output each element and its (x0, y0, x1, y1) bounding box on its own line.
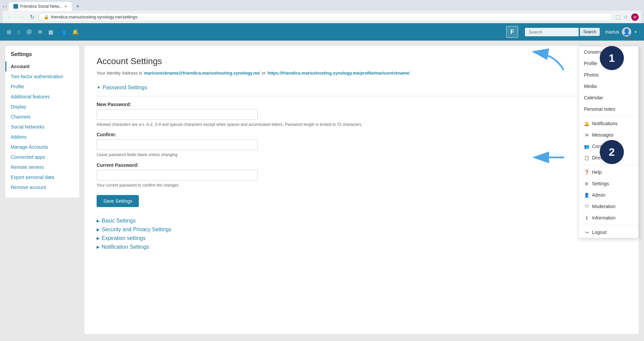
new-password-input[interactable] (97, 109, 258, 120)
confirm-label: Confirm: (97, 132, 627, 137)
tab-title: Friendica Social Netw... (20, 4, 62, 9)
sidebar-item-remote[interactable]: Remote servers (5, 162, 79, 172)
expiration-header[interactable]: ▶ Expiration settings (97, 235, 627, 241)
url-text: friendica.mariushosting.synology.me/sett… (51, 14, 138, 19)
sidebar-item-channels[interactable]: Channels (5, 112, 79, 122)
dropdown-notifications[interactable]: 🔔 Notifications (579, 118, 638, 129)
app-header: ⊞ ⌂ @ ✉ ▦ 👥 🔔 F Search marius 👤 ▼ (0, 23, 644, 41)
profile-icon[interactable]: M (631, 13, 639, 21)
settings-sidebar: Settings Account Two-factor authenticati… (5, 46, 79, 198)
sidebar-item-account[interactable]: Account (5, 61, 79, 71)
back-button[interactable]: ← (5, 13, 14, 21)
security-icon: 🔒 (44, 14, 49, 19)
notifications-icon: 🔔 (584, 121, 589, 126)
bell-icon[interactable]: 🔔 (72, 29, 79, 35)
password-section-title: Password Settings (103, 85, 147, 91)
basic-settings-label: Basic Settings (102, 218, 136, 224)
address-bar[interactable]: 🔒 friendica.mariushosting.synology.me/se… (39, 13, 613, 21)
dropdown-information[interactable]: ℹ Information (579, 212, 638, 224)
sidebar-item-remove[interactable]: Remove account (5, 182, 79, 192)
notification-header[interactable]: ▶ Notification Settings (97, 244, 627, 250)
current-password-input[interactable] (97, 170, 258, 181)
sidebar-item-2fa[interactable]: Two-factor authentication (5, 71, 79, 82)
new-tab-button[interactable]: + (74, 3, 82, 10)
mail-icon[interactable]: ✉ (38, 29, 42, 35)
sidebar-item-profile[interactable]: Profile (5, 82, 79, 92)
at-icon[interactable]: @ (26, 29, 32, 35)
browser-right-icons: ⬚ ☆ M (615, 13, 639, 21)
settings-icon: ⚙ (584, 181, 589, 186)
tab-favicon (13, 4, 18, 9)
dropdown-photos[interactable]: Photos (579, 69, 638, 81)
dropdown-calendar[interactable]: Calendar (579, 92, 638, 103)
notification-section: ▶ Notification Settings (97, 244, 627, 250)
dropdown-divider-3 (579, 225, 638, 225)
dropdown-personal-notes[interactable]: Personal notes (579, 103, 638, 115)
password-section-header[interactable]: ▼ Password Settings (97, 85, 627, 91)
dropdown-messages-label: Messages (592, 132, 613, 138)
dropdown-profile-label: Profile (584, 61, 597, 66)
security-header[interactable]: ▶ Security and Privacy Settings (97, 227, 627, 233)
dropdown-logout-label: Logout (592, 230, 606, 235)
contacts-icon[interactable]: 👥 (59, 29, 66, 35)
dropdown-arrow-icon: ▼ (634, 30, 637, 34)
new-password-label: New Password: (97, 102, 627, 107)
dropdown-personal-notes-label: Personal notes (584, 106, 615, 112)
forward-button[interactable]: → (17, 13, 25, 21)
browser-tab-bar: ‹ › Friendica Social Netw... ✕ + (3, 2, 641, 11)
header-username: marius (605, 29, 619, 35)
directory-icon: 📋 (584, 155, 589, 160)
sidebar-item-export[interactable]: Export personal data (5, 172, 79, 182)
security-arrow-icon: ▶ (97, 227, 100, 232)
grid-icon[interactable]: ⊞ (7, 29, 11, 35)
annotation-arrow-2 (531, 147, 571, 168)
dropdown-divider-1 (579, 116, 638, 116)
identity-address: mariusnickname@friendica.mariushosting.s… (144, 70, 260, 76)
sidebar-item-social[interactable]: Social Networks (5, 122, 79, 132)
dropdown-help[interactable]: ❓ Help (579, 166, 638, 178)
dropdown-settings[interactable]: ⚙ Settings (579, 178, 638, 189)
logout-icon: ↪ (584, 230, 589, 235)
sidebar-item-addons[interactable]: Addons (5, 132, 79, 142)
annotation-arrow-1 (530, 47, 570, 75)
calendar-icon[interactable]: ▦ (48, 29, 53, 35)
home-icon[interactable]: ⌂ (17, 29, 20, 35)
security-section: ▶ Security and Privacy Settings (97, 227, 627, 233)
confirm-password-input[interactable] (97, 139, 258, 150)
sidebar-item-connected[interactable]: Connected apps (5, 152, 79, 162)
main-content: Account Settings Your Identity Address i… (85, 46, 639, 334)
dropdown-moderation[interactable]: 🛡 Moderation (579, 201, 638, 212)
sidebar-item-display[interactable]: Display (5, 102, 79, 112)
header-search: Search (525, 28, 600, 36)
expiration-section: ▶ Expiration settings (97, 235, 627, 241)
dropdown-notifications-label: Notifications (592, 121, 618, 126)
messages-icon: ✉ (584, 133, 589, 138)
annotation-circle-1: 1 (600, 46, 624, 70)
tab-close-button[interactable]: ✕ (64, 4, 67, 9)
bookmark-icon[interactable]: ☆ (624, 14, 628, 20)
basic-arrow-icon: ▶ (97, 218, 100, 223)
dropdown-messages[interactable]: ✉ Messages (579, 129, 638, 141)
new-password-group: New Password: Allowed characters are a-z… (97, 102, 627, 128)
header-user-menu[interactable]: marius 👤 ▼ (605, 27, 637, 37)
identity-url: https://friendica.mariushosting.synology… (268, 70, 409, 76)
dropdown-media-label: Media (584, 84, 597, 89)
dropdown-help-label: Help (592, 169, 602, 175)
browser-tab[interactable]: Friendica Social Netw... ✕ (9, 2, 72, 11)
sidebar-item-additional[interactable]: Additional features (5, 92, 79, 102)
security-label: Security and Privacy Settings (102, 227, 171, 233)
save-settings-button[interactable]: Save Settings (97, 195, 139, 207)
dropdown-admin[interactable]: 👤 Admin (579, 189, 638, 201)
header-avatar: 👤 (622, 27, 631, 37)
sidebar-item-manage[interactable]: Manage Accounts (5, 142, 79, 152)
app-logo: F (506, 26, 518, 38)
dropdown-logout[interactable]: ↪ Logout (579, 227, 638, 238)
help-icon: ❓ (584, 170, 589, 175)
reload-button[interactable]: ↻ (28, 13, 36, 21)
expiration-label: Expiration settings (102, 235, 146, 241)
cast-icon[interactable]: ⬚ (615, 14, 620, 20)
search-input[interactable] (525, 28, 579, 36)
basic-settings-header[interactable]: ▶ Basic Settings (97, 218, 627, 224)
search-button[interactable]: Search (580, 28, 600, 36)
dropdown-media[interactable]: Media (579, 81, 638, 92)
